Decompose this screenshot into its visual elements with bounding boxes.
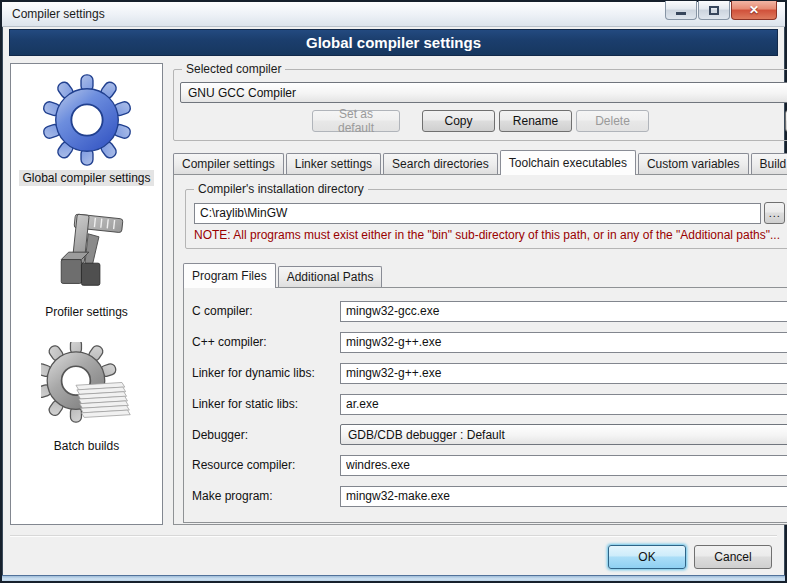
c-compiler-input[interactable]: [340, 301, 787, 322]
maximize-icon: [709, 6, 719, 15]
program-files-tabbar: Program Files Additional Paths: [183, 263, 787, 287]
titlebar: Compiler settings ✕: [2, 2, 785, 27]
copy-button[interactable]: Copy: [422, 110, 495, 132]
settings-tabbar: Compiler settings Linker settings Search…: [173, 150, 787, 174]
page-title: Global compiler settings: [306, 34, 481, 51]
settings-sidebar: Global compiler settings: [10, 63, 163, 525]
field-row-make-program: Make program: ...: [192, 485, 787, 507]
tab-build-options[interactable]: Build options: [751, 153, 787, 174]
cpp-compiler-input[interactable]: [340, 332, 787, 353]
close-icon: ✕: [749, 3, 759, 17]
field-label: C compiler:: [192, 304, 340, 318]
field-label: C++ compiler:: [192, 335, 340, 349]
field-row-c-compiler: C compiler: ...: [192, 300, 787, 322]
sidebar-item-profiler-settings[interactable]: Profiler settings: [41, 208, 133, 320]
set-as-default-button[interactable]: Set as default: [312, 110, 400, 132]
close-button[interactable]: ✕: [731, 1, 777, 20]
sidebar-item-label: Profiler settings: [42, 304, 131, 320]
ok-button[interactable]: OK: [608, 545, 686, 569]
tab-custom-variables[interactable]: Custom variables: [638, 153, 749, 174]
compiler-settings-dialog: Compiler settings ✕ Global compiler sett…: [0, 0, 787, 583]
sidebar-item-label: Global compiler settings: [19, 170, 153, 186]
caliper-icon: [41, 208, 133, 300]
sidebar-item-label: Batch builds: [51, 438, 122, 454]
field-row-cpp-compiler: C++ compiler: ...: [192, 331, 787, 353]
install-dir-browse-button[interactable]: ...: [764, 202, 785, 224]
field-row-linker-static: Linker for static libs: ...: [192, 393, 787, 415]
main-content: Selected compiler GNU GCC Compiler ▼ Set…: [173, 63, 787, 525]
field-label: Make program:: [192, 489, 340, 503]
window-title: Compiler settings: [2, 7, 105, 21]
group-label: Compiler's installation directory: [194, 182, 368, 196]
resource-compiler-input[interactable]: [340, 455, 787, 476]
install-dir-note: NOTE: All programs must exist either in …: [194, 228, 787, 242]
install-dir-group: Compiler's installation directory ... Au…: [185, 189, 787, 249]
rename-button[interactable]: Rename: [499, 110, 572, 132]
field-label: Linker for static libs:: [192, 397, 340, 411]
subtab-additional-paths[interactable]: Additional Paths: [278, 266, 383, 287]
window-controls: ✕: [664, 1, 777, 20]
make-program-input[interactable]: [340, 486, 787, 507]
sidebar-item-batch-builds[interactable]: Batch builds: [41, 342, 133, 454]
field-row-debugger: Debugger: GDB/CDB debugger : Default ▼: [192, 424, 787, 445]
field-row-resource-compiler: Resource compiler: ...: [192, 454, 787, 476]
tab-search-directories[interactable]: Search directories: [383, 153, 498, 174]
debugger-select[interactable]: GDB/CDB debugger : Default ▼: [340, 424, 787, 445]
maximize-button[interactable]: [698, 1, 730, 20]
sidebar-item-global-compiler-settings[interactable]: Global compiler settings: [19, 74, 153, 186]
delete-button[interactable]: Delete: [576, 110, 649, 132]
field-label: Linker for dynamic libs:: [192, 366, 340, 380]
minimize-button[interactable]: [665, 1, 697, 20]
subtab-program-files[interactable]: Program Files: [183, 263, 276, 288]
install-dir-input[interactable]: [194, 203, 761, 224]
minimize-icon: [676, 12, 686, 15]
field-label: Resource compiler:: [192, 458, 340, 472]
group-label: Selected compiler: [182, 62, 285, 76]
toolchain-executables-panel: Compiler's installation directory ... Au…: [173, 174, 787, 525]
debugger-select-value: GDB/CDB debugger : Default: [348, 428, 505, 442]
cancel-button[interactable]: Cancel: [694, 545, 772, 569]
field-row-linker-dynamic: Linker for dynamic libs: ...: [192, 362, 787, 384]
tab-compiler-settings[interactable]: Compiler settings: [173, 153, 284, 174]
gray-gear-stack-icon: [41, 342, 133, 434]
linker-static-input[interactable]: [340, 394, 787, 415]
dialog-header: Global compiler settings: [9, 29, 778, 56]
footer: OK Cancel: [2, 537, 785, 569]
dialog-body: Global compiler settings: [2, 56, 785, 525]
window-bottom-edge: [2, 575, 785, 581]
selected-compiler-group: Selected compiler GNU GCC Compiler ▼ Set…: [173, 69, 787, 141]
blue-gear-icon: [41, 74, 133, 166]
compiler-select[interactable]: GNU GCC Compiler ▼: [180, 82, 787, 103]
tab-toolchain-executables[interactable]: Toolchain executables: [500, 150, 636, 175]
field-label: Debugger:: [192, 428, 340, 442]
program-files-panel: C compiler: ... C++ compiler: ... Linker…: [183, 287, 787, 523]
tab-linker-settings[interactable]: Linker settings: [286, 153, 381, 174]
linker-dynamic-input[interactable]: [340, 363, 787, 384]
compiler-select-value: GNU GCC Compiler: [188, 86, 296, 100]
